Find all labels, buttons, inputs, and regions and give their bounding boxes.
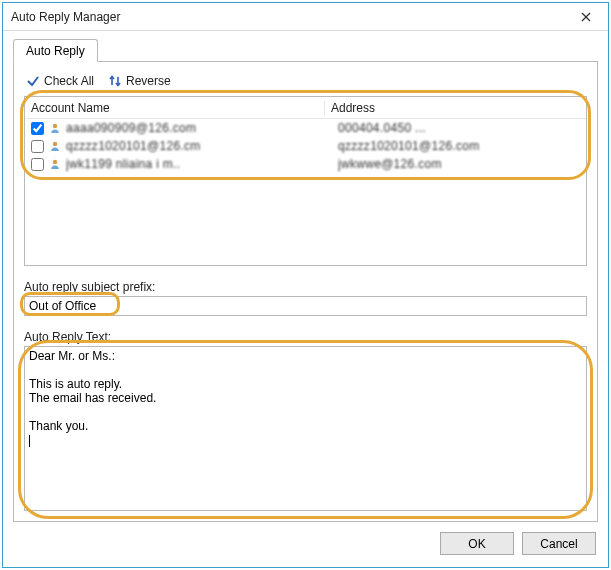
text-caret [29, 435, 30, 447]
row-checkbox[interactable] [31, 158, 44, 171]
body-textarea[interactable]: Dear Mr. or Ms.: This is auto reply. The… [24, 346, 587, 511]
reverse-icon [108, 74, 122, 88]
person-icon [48, 121, 62, 135]
tab-auto-reply[interactable]: Auto Reply [13, 39, 98, 62]
table-row[interactable]: aaaa090909@126.com000404.0450 ... [25, 119, 586, 137]
client-area: Auto Reply Check All Reve [3, 31, 608, 567]
list-header: Account Name Address [25, 97, 586, 119]
row-checkbox[interactable] [31, 122, 44, 135]
svg-point-5 [53, 142, 57, 146]
titlebar: Auto Reply Manager [3, 3, 608, 31]
prefix-wrap [24, 296, 587, 316]
button-row: OK Cancel [13, 522, 598, 557]
person-icon [48, 157, 62, 171]
row-account: aaaa090909@126.com [66, 121, 338, 135]
window: Auto Reply Manager Auto Reply Check All [2, 2, 609, 568]
svg-point-4 [53, 124, 57, 128]
body-label: Auto Reply Text: [24, 330, 587, 344]
toolbar: Check All Reverse [24, 72, 587, 96]
row-address: 000404.0450 ... [338, 121, 586, 135]
table-row[interactable]: jwk1199 nliaina i m..jwkwwe@126.com [25, 155, 586, 173]
row-address: jwkwwe@126.com [338, 157, 586, 171]
body-text: Dear Mr. or Ms.: This is auto reply. The… [29, 349, 156, 433]
check-icon [26, 74, 40, 88]
cancel-button[interactable]: Cancel [522, 532, 596, 555]
row-account: qzzzz1020101@126.cm [66, 139, 338, 153]
table-row[interactable]: qzzzz1020101@126.cmqzzzz1020101@126.com [25, 137, 586, 155]
row-address: qzzzz1020101@126.com [338, 139, 586, 153]
person-icon [48, 139, 62, 153]
reverse-button[interactable]: Reverse [108, 74, 171, 88]
close-icon [581, 12, 591, 22]
accounts-list[interactable]: Account Name Address aaaa090909@126.com0… [24, 96, 587, 266]
tabstrip: Auto Reply [13, 37, 598, 61]
close-button[interactable] [564, 3, 608, 31]
header-account[interactable]: Account Name [25, 101, 325, 115]
window-title: Auto Reply Manager [11, 10, 564, 24]
check-all-button[interactable]: Check All [26, 74, 94, 88]
prefix-label: Auto reply subject prefix: [24, 280, 587, 294]
row-checkbox[interactable] [31, 140, 44, 153]
reverse-label: Reverse [126, 74, 171, 88]
header-address[interactable]: Address [325, 101, 586, 115]
row-account: jwk1199 nliaina i m.. [66, 157, 338, 171]
body-wrap: Dear Mr. or Ms.: This is auto reply. The… [24, 346, 587, 511]
prefix-input[interactable] [24, 296, 587, 316]
tab-page: Check All Reverse Account Name [13, 61, 598, 522]
list-rows: aaaa090909@126.com000404.0450 ...qzzzz10… [25, 119, 586, 173]
svg-point-6 [53, 160, 57, 164]
ok-button[interactable]: OK [440, 532, 514, 555]
check-all-label: Check All [44, 74, 94, 88]
accounts-list-wrap: Account Name Address aaaa090909@126.com0… [24, 96, 587, 266]
